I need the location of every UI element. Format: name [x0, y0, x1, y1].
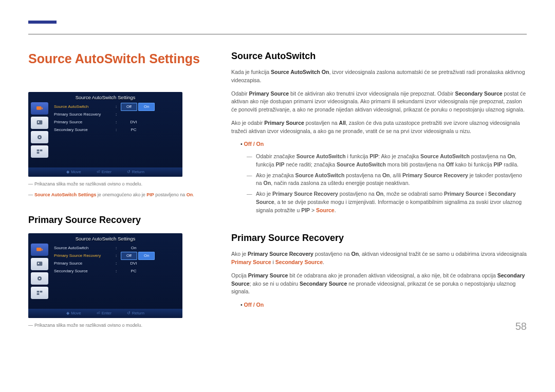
osd-row: Primary Source Recovery :	[54, 111, 178, 119]
svg-rect-0	[36, 106, 41, 110]
osd-footer-return: ↺ Return	[127, 169, 144, 175]
osd-value: DVI	[121, 260, 146, 267]
section-title-source-autoswitch: Source AutoSwitch	[231, 49, 527, 63]
osd-row: Source AutoSwitch : Off On	[54, 103, 178, 111]
osd-footer-enter: ⏎ Enter	[97, 169, 112, 175]
osd-label: Primary Source Recovery	[54, 111, 116, 118]
svg-rect-9	[37, 262, 43, 266]
svg-rect-6	[40, 150, 43, 151]
dash-note: Ako je značajka Source AutoSwitch postav…	[247, 172, 527, 188]
osd-row: Secondary Source : PC	[54, 268, 178, 275]
svg-rect-8	[36, 248, 41, 251]
section-title-primary-source-recovery-right: Primary Source Recovery	[231, 231, 527, 245]
osd-label: Primary Source Recovery	[54, 253, 116, 259]
body-text: Ako je odabir Primary Source postavljen …	[231, 119, 527, 136]
osd-title: Source AutoSwitch Settings	[28, 235, 182, 242]
osd-row: Primary Source : DVI	[54, 119, 178, 126]
header-accent	[28, 21, 57, 24]
svg-rect-13	[37, 291, 40, 292]
osd-value: PC	[121, 268, 146, 274]
page-number: 58	[515, 319, 527, 334]
footnote: Source AutoSwitch Settings je onemogućen…	[28, 192, 216, 199]
osd-tab-multi-icon	[31, 145, 48, 158]
osd-footer: ◆ Move ⏎ Enter ↺ Return	[28, 309, 182, 318]
osd-label: Secondary Source	[54, 127, 116, 133]
bullet-off-on: Off / On	[240, 301, 527, 309]
svg-point-12	[39, 277, 41, 279]
osd-footer-move: ◆ Move	[66, 310, 81, 316]
dash-note: Ako je Primary Source Recovery postavlje…	[247, 190, 527, 214]
svg-rect-15	[37, 293, 40, 294]
osd-label: Source AutoSwitch	[54, 104, 116, 110]
footnote: Prikazana slika može se razlikovati ovis…	[28, 322, 216, 329]
osd-footer-return: ↺ Return	[127, 310, 144, 316]
osd-footer-enter: ⏎ Enter	[97, 310, 112, 316]
osd-screenshot-2: Source AutoSwitch Settings Source AutoSw…	[28, 233, 182, 318]
osd-value: PC	[121, 127, 146, 133]
osd-value: On	[121, 245, 146, 251]
dash-note: Odabir značajke Source AutoSwitch i funk…	[247, 153, 527, 169]
osd-value: Off On	[121, 252, 155, 259]
bullet-off-on: Off / On	[240, 140, 527, 148]
svg-rect-1	[37, 120, 43, 124]
osd-tab-setup-icon	[31, 272, 48, 285]
svg-point-2	[38, 121, 40, 123]
osd-row: Primary Source : DVI	[54, 260, 178, 268]
body-text: Ako je Primary Source Recovery postavlje…	[231, 250, 527, 267]
osd-footer: ◆ Move ⏎ Enter ↺ Return	[28, 167, 182, 177]
svg-rect-14	[40, 291, 43, 292]
osd-tab-picture-icon	[31, 117, 48, 129]
osd-label: Source AutoSwitch	[54, 245, 116, 251]
section-title-primary-source-recovery: Primary Source Recovery	[28, 213, 216, 227]
osd-footer-move: ◆ Move	[66, 169, 81, 175]
osd-tab-input-icon	[31, 244, 48, 256]
osd-label: Secondary Source	[54, 268, 116, 274]
svg-point-4	[39, 136, 41, 138]
osd-tab-picture-icon	[31, 258, 48, 270]
osd-screenshot-1: Source AutoSwitch Settings Source AutoSw…	[28, 92, 182, 177]
page-title: Source AutoSwitch Settings	[28, 49, 216, 69]
body-text: Kada je funkcija Source AutoSwitch On, i…	[231, 68, 527, 85]
osd-tab-multi-icon	[31, 287, 48, 299]
osd-value: DVI	[121, 119, 146, 125]
footnote: Prikazana slika može se razlikovati ovis…	[28, 181, 216, 188]
osd-tab-setup-icon	[31, 131, 48, 143]
svg-point-10	[38, 263, 40, 264]
osd-value: Off On	[121, 103, 155, 110]
svg-rect-7	[37, 152, 40, 153]
svg-rect-5	[37, 150, 40, 151]
osd-row: Primary Source Recovery : Off On	[54, 252, 178, 260]
osd-row: Source AutoSwitch : On	[54, 245, 178, 252]
body-text: Opcija Primary Source bit će odabrana ak…	[231, 272, 527, 296]
osd-row: Secondary Source : PC	[54, 126, 178, 134]
header-rule	[28, 34, 527, 34]
osd-title: Source AutoSwitch Settings	[28, 94, 182, 101]
osd-label: Primary Source	[54, 119, 116, 125]
osd-tab-input-icon	[31, 102, 48, 115]
osd-label: Primary Source	[54, 260, 116, 267]
body-text: Odabir Primary Source bit će aktiviran a…	[231, 90, 527, 114]
